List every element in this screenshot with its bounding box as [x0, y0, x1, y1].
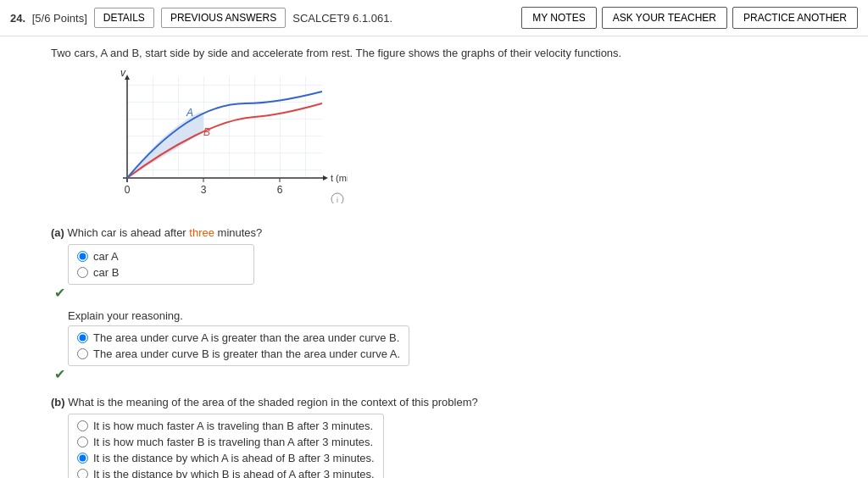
part-a-label-1[interactable]: car A: [93, 250, 119, 263]
q-points-text: [5/6 Points]: [32, 12, 87, 25]
part-b-options: It is how much faster A is traveling tha…: [68, 414, 384, 478]
explain-options: The area under curve A is greater than t…: [68, 325, 409, 366]
details-button[interactable]: DETAILS: [94, 8, 154, 28]
part-a-label-2[interactable]: car B: [93, 266, 119, 279]
ask-teacher-button[interactable]: ASK YOUR TEACHER: [602, 7, 727, 29]
top-bar-right: MY NOTES ASK YOUR TEACHER PRACTICE ANOTH…: [521, 7, 858, 29]
part-b-question: What is the meaning of the area of the s…: [68, 396, 477, 409]
part-a-options: car A car B: [68, 244, 254, 285]
part-b-option-2[interactable]: It is how much faster B is traveling tha…: [77, 436, 375, 448]
part-a-question-start: Which car is ahead after: [68, 226, 190, 239]
explain-label-2[interactable]: The area under curve B is greater than t…: [93, 347, 400, 360]
velocity-graph: 0 3 6 t (min) v A B i: [102, 68, 348, 203]
practice-another-button[interactable]: PRACTICE ANOTHER: [732, 7, 858, 29]
part-a-option-2[interactable]: car B: [77, 266, 245, 279]
svg-rect-0: [127, 76, 322, 178]
explain-option-2[interactable]: The area under curve B is greater than t…: [77, 347, 400, 360]
part-a-option-1[interactable]: car A: [77, 250, 245, 263]
part-a-checkmark: ✔: [54, 286, 65, 300]
svg-text:0: 0: [125, 184, 131, 196]
explain-checkmark: ✔: [54, 367, 65, 381]
svg-marker-4: [323, 175, 328, 181]
part-a-question-end: minutes?: [218, 226, 263, 239]
question-number: 24. [5/6 Points]: [10, 12, 87, 25]
explain-radio-2[interactable]: [77, 348, 88, 359]
svg-text:v: v: [120, 68, 126, 79]
explain-radio-1[interactable]: [77, 332, 88, 343]
svg-text:6: 6: [277, 184, 283, 196]
explain-label-1[interactable]: The area under curve A is greater than t…: [93, 331, 399, 344]
problem-text: Two cars, A and B, start side by side an…: [51, 47, 851, 59]
explain-label: Explain your reasoning.: [68, 309, 851, 322]
part-b-label: (b) What is the meaning of the area of t…: [51, 396, 851, 409]
part-b-label-4[interactable]: It is the distance by which B is ahead o…: [93, 468, 375, 478]
part-a: (a) Which car is ahead after three minut…: [51, 226, 851, 382]
part-b: (b) What is the meaning of the area of t…: [51, 396, 851, 478]
part-b-option-3[interactable]: It is the distance by which A is ahead o…: [77, 452, 375, 464]
part-b-radio-3[interactable]: [77, 453, 88, 464]
part-a-label: (a) Which car is ahead after three minut…: [51, 226, 851, 239]
part-b-option-1[interactable]: It is how much faster A is traveling tha…: [77, 420, 375, 432]
part-b-option-4[interactable]: It is the distance by which B is ahead o…: [77, 468, 375, 478]
svg-text:3: 3: [201, 184, 207, 196]
problem-code: SCALCET9 6.1.061.: [292, 12, 392, 25]
svg-text:t (min): t (min): [331, 173, 348, 183]
part-b-label-3[interactable]: It is the distance by which A is ahead o…: [93, 452, 375, 464]
graph-container: 0 3 6 t (min) v A B i: [102, 68, 348, 203]
q-num-text: 24.: [10, 12, 25, 25]
explain-option-1[interactable]: The area under curve A is greater than t…: [77, 331, 400, 344]
previous-answers-button[interactable]: PREVIOUS ANSWERS: [161, 8, 286, 28]
part-a-radio-2[interactable]: [77, 267, 88, 278]
part-b-label-2[interactable]: It is how much faster B is traveling tha…: [93, 436, 373, 448]
part-a-highlight: three: [189, 226, 214, 239]
part-a-radio-1[interactable]: [77, 251, 88, 262]
svg-text:i: i: [337, 196, 338, 203]
svg-text:B: B: [203, 126, 210, 138]
part-b-label-1[interactable]: It is how much faster A is traveling tha…: [93, 420, 373, 432]
main-content: Two cars, A and B, start side by side an…: [0, 36, 868, 478]
part-b-radio-1[interactable]: [77, 420, 88, 431]
top-bar-left: 24. [5/6 Points] DETAILS PREVIOUS ANSWER…: [10, 8, 392, 28]
svg-text:A: A: [186, 107, 193, 119]
part-b-radio-2[interactable]: [77, 436, 88, 447]
part-b-radio-4[interactable]: [77, 469, 88, 478]
top-bar: 24. [5/6 Points] DETAILS PREVIOUS ANSWER…: [0, 0, 868, 36]
my-notes-button[interactable]: MY NOTES: [521, 7, 596, 29]
